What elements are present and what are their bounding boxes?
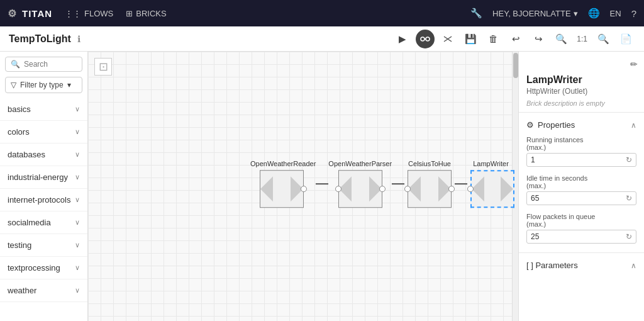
- node-celsiustohue-output[interactable]: [448, 186, 455, 192]
- filter-button[interactable]: ▽ Filter by type ▾: [5, 77, 82, 93]
- nav-bricks-label: BRICKS: [136, 9, 166, 18]
- filter-label: Filter by type: [20, 81, 64, 89]
- node-celsiustohue-box[interactable]: [408, 170, 452, 208]
- canvas-area[interactable]: ⊡ OpenWeatherReader OpenWeatherParser: [88, 52, 518, 321]
- field-flow-packets-input[interactable]: ↻: [526, 230, 636, 244]
- sidebar-item-basics[interactable]: basics ∨: [0, 98, 87, 121]
- user-chevron-icon: ▾: [574, 9, 578, 18]
- parameters-label: [ ] Parameters: [526, 261, 578, 270]
- search-input[interactable]: [24, 60, 77, 69]
- field-idle-time-label: Idle time in seconds (max.): [526, 174, 636, 189]
- sidebar-item-label-textprocessing: textprocessing: [8, 263, 60, 273]
- field-idle-time-input[interactable]: ↻: [526, 191, 636, 205]
- sidebar-categories: basics ∨ colors ∨ databases ∨ industrial…: [0, 98, 87, 321]
- sidebar-item-label-testing: testing: [8, 240, 31, 250]
- undo-button[interactable]: ↩: [506, 30, 525, 48]
- filter-icon: ▽: [11, 81, 16, 89]
- idle-time-input[interactable]: [531, 194, 626, 203]
- sidebar-item-internet-protocols[interactable]: internet-protocols ∨: [0, 189, 87, 211]
- sidebar-item-label-industrial-energy: industrial-energy: [8, 172, 68, 182]
- node-openweatherparser-input[interactable]: [335, 186, 341, 192]
- node-celsiustohue[interactable]: CelsiusToHue: [404, 160, 455, 208]
- node-lampwriter-body: [467, 170, 514, 208]
- subheader: TempToLight ℹ ▶ 💾 🗑 ↩ ↪ 🔍 1:1 🔍 📄: [0, 26, 644, 52]
- refresh-icon-3[interactable]: ↻: [626, 232, 632, 241]
- node-openweatherparser-body: [335, 170, 386, 208]
- running-instances-input[interactable]: [531, 155, 626, 164]
- save-button[interactable]: 💾: [461, 30, 480, 48]
- flow-container: OpenWeatherReader OpenWeatherParser: [250, 160, 514, 208]
- panel-description: Brick description is empty: [519, 97, 644, 112]
- node-celsiustohue-body: [404, 170, 455, 208]
- gear-icon: ⚙: [8, 8, 17, 20]
- split-button[interactable]: [438, 30, 457, 48]
- zoom-out-button[interactable]: 🔍: [594, 30, 613, 48]
- chevron-down-icon: ∨: [75, 286, 80, 295]
- node-openweatherreader[interactable]: OpenWeatherReader: [250, 160, 316, 208]
- sidebar-item-socialmedia[interactable]: socialmedia ∨: [0, 211, 87, 234]
- main-layout: 🔍 ▽ Filter by type ▾ basics ∨ colors ∨ d…: [0, 52, 644, 321]
- brand: ⚙ TITAN: [8, 8, 52, 20]
- sidebar-item-label-databases: databases: [8, 150, 45, 159]
- lang-label: EN: [610, 9, 621, 18]
- field-running-instances-input[interactable]: ↻: [526, 153, 636, 167]
- panel-header: LampWriter HttpWriter (Outlet): [519, 70, 644, 97]
- node-lampwriter-box[interactable]: [470, 170, 514, 208]
- nav-flows-label: FLOWS: [84, 9, 113, 18]
- parameters-block: [ ] Parameters ∧: [519, 252, 644, 278]
- play-button[interactable]: ▶: [393, 30, 412, 48]
- nav-bricks[interactable]: ⊞ BRICKS: [126, 9, 166, 18]
- flow-packets-input[interactable]: [531, 232, 626, 241]
- node-openweatherreader-body: [260, 170, 307, 208]
- node-lampwriter-input[interactable]: [467, 186, 474, 192]
- help-icon[interactable]: ?: [631, 8, 636, 19]
- chevron-down-icon: ∨: [75, 105, 80, 113]
- search-input-wrap[interactable]: 🔍: [5, 57, 82, 72]
- zoom-in-button[interactable]: 🔍: [552, 30, 570, 48]
- panel-node-type: HttpWriter (Outlet): [526, 87, 636, 96]
- node-openweatherparser[interactable]: OpenWeatherParser: [328, 160, 392, 208]
- node-openweatherparser-box[interactable]: [338, 170, 382, 208]
- properties-label: Properties: [538, 120, 575, 130]
- scrollbar-thumb: [513, 53, 518, 78]
- node-lampwriter-label: LampWriter: [473, 160, 509, 167]
- delete-button[interactable]: 🗑: [484, 30, 502, 48]
- field-running-instances: Running instances (max.) ↻: [519, 132, 644, 171]
- sidebar-item-testing[interactable]: testing ∨: [0, 234, 87, 257]
- canvas-nav-icon[interactable]: ⊡: [94, 58, 112, 76]
- parameters-block-header[interactable]: [ ] Parameters ∧: [519, 258, 644, 273]
- page-title: TempToLight: [9, 33, 71, 45]
- node-openweatherparser-output[interactable]: [379, 186, 386, 192]
- sidebar-item-textprocessing[interactable]: textprocessing ∨: [0, 257, 87, 279]
- refresh-icon-2[interactable]: ↻: [626, 194, 632, 203]
- sidebar-item-industrial-energy[interactable]: industrial-energy ∨: [0, 166, 87, 189]
- chevron-down-icon: ∨: [75, 128, 80, 136]
- redo-button[interactable]: ↪: [529, 30, 548, 48]
- panel-edit-button[interactable]: ✏: [630, 59, 638, 69]
- field-idle-time: Idle time in seconds (max.) ↻: [519, 171, 644, 209]
- sidebar-item-databases[interactable]: databases ∨: [0, 144, 87, 166]
- node-openweatherreader-box[interactable]: [260, 170, 304, 208]
- navbar: ⚙ TITAN ⋮⋮ FLOWS ⊞ BRICKS 🔧 HEY, BJOERNL…: [0, 0, 644, 26]
- node-celsiustohue-input[interactable]: [404, 186, 411, 192]
- sidebar-item-label-basics: basics: [8, 104, 31, 114]
- sidebar-item-weather[interactable]: weather ∨: [0, 279, 87, 302]
- node-openweatherreader-output[interactable]: [301, 186, 307, 192]
- globe-icon[interactable]: 🌐: [588, 8, 600, 19]
- user-menu[interactable]: HEY, BJOERNLATTE ▾: [492, 9, 578, 18]
- field-flow-packets: Flow packets in queue (max.) ↻: [519, 209, 644, 247]
- refresh-icon-1[interactable]: ↻: [626, 155, 632, 164]
- tools-icon[interactable]: 🔧: [470, 8, 482, 19]
- overview-button[interactable]: 📄: [616, 30, 635, 48]
- parameters-title: [ ] Parameters: [526, 261, 578, 270]
- connect-button[interactable]: [416, 30, 435, 48]
- node-openweatherreader-label: OpenWeatherReader: [250, 160, 316, 167]
- sidebar-item-colors[interactable]: colors ∨: [0, 121, 87, 144]
- svg-point-0: [421, 37, 425, 41]
- node-lampwriter[interactable]: LampWriter: [467, 160, 514, 208]
- field-running-instances-label: Running instances (max.): [526, 136, 636, 151]
- info-icon[interactable]: ℹ: [77, 34, 80, 44]
- chevron-down-icon: ∨: [75, 150, 80, 159]
- properties-block-header[interactable]: ⚙ Properties ∧: [519, 118, 644, 132]
- nav-flows[interactable]: ⋮⋮ FLOWS: [65, 9, 113, 18]
